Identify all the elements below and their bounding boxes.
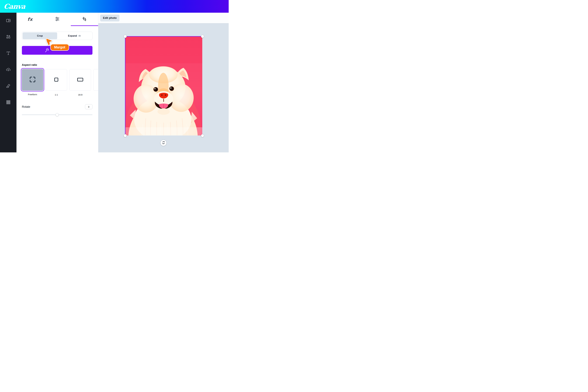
top-bar: Canva [0,0,229,13]
sidebar [0,13,16,152]
photo-crop-selection[interactable] [125,36,202,135]
crop-panel: fx [16,13,98,152]
sidebar-item-elements[interactable] [5,35,12,40]
sliders-icon [55,17,60,22]
rotate-value-input[interactable] [85,104,92,109]
crop-handle-top-right[interactable] [201,35,204,38]
smart-crop-button[interactable] [22,46,92,55]
tab-crop[interactable] [71,13,98,26]
wide-ratio-icon [77,78,83,82]
crown-icon [78,34,81,37]
canvas-header: Edit photo [98,13,229,23]
rotate-slider[interactable] [22,113,92,116]
expand-mode-label: Expand [68,34,77,37]
aspect-option-freeform[interactable] [21,68,44,92]
canva-logo[interactable]: Canva [0,2,26,10]
aspect-ratio-title: Aspect ratio [22,64,92,66]
crop-icon [82,17,87,22]
rotate-label: Rotate [22,105,30,108]
elements-shapes-icon [6,34,11,40]
freeform-crop-icon [29,76,36,84]
layout-icon [6,18,11,24]
draw-pen-icon [6,84,11,89]
pomeranian-photo [126,36,202,136]
crop-expand-toggle: Crop Expand [22,32,92,40]
aspect-label-16-9: 16:9 [78,94,82,96]
crop-handle-bottom-right[interactable] [201,134,204,137]
aspect-label-freeform: Freeform [28,93,37,96]
edit-photo-button[interactable]: Edit photo [100,14,120,22]
aspect-label-1-1: 1:1 [55,94,58,96]
sidebar-item-design[interactable] [5,18,12,23]
rotate-photo-handle[interactable] [160,140,166,146]
sidebar-item-uploads[interactable] [5,68,12,72]
aspect-ratio-options: Freeform 1:1 [22,69,92,96]
rotate-slider-thumb[interactable] [56,113,59,116]
text-icon [6,51,11,56]
cloud-upload-icon [6,68,11,72]
canvas-area: Edit photo [98,13,229,152]
magic-spark-icon [45,48,49,52]
aspect-option-cut-off[interactable] [93,69,98,91]
aspect-option-1-1[interactable] [46,69,67,91]
rotate-icon [162,141,165,145]
aspect-option-16-9[interactable] [70,69,91,91]
crop-mode-label: Crop [37,34,43,37]
panel-tab-bar: fx [16,13,98,26]
apps-grid-icon [6,100,10,105]
crop-mode-button[interactable]: Crop [22,32,57,39]
tab-effects[interactable]: fx [16,13,44,26]
square-ratio-icon [54,77,59,82]
crop-handle-top-left[interactable] [124,35,127,38]
active-tab-underline [71,26,98,26]
fx-icon: fx [28,16,33,22]
crop-handle-bottom-left[interactable] [124,134,127,137]
tab-adjust[interactable] [44,13,71,26]
sidebar-item-apps[interactable] [5,100,12,105]
expand-mode-button[interactable]: Expand [57,32,92,39]
sidebar-item-text[interactable] [5,51,12,56]
canvas-body[interactable] [98,23,229,152]
sidebar-item-draw[interactable] [5,84,12,88]
